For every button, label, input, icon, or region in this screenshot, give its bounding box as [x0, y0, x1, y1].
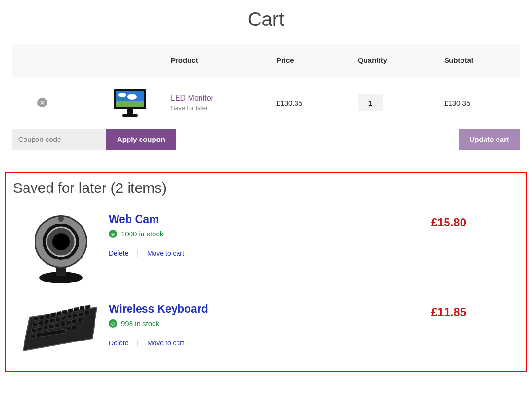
- smiley-icon: ☺: [109, 230, 117, 238]
- coupon-code-input[interactable]: [12, 129, 106, 150]
- svg-rect-48: [66, 326, 71, 330]
- divider: |: [137, 249, 139, 257]
- product-name-link[interactable]: LED Monitor: [171, 94, 213, 102]
- svg-rect-20: [51, 313, 56, 317]
- saved-item-price: £11.85: [431, 303, 519, 319]
- cart-table: Product Price Quantity Subtotal ✕ LED Mo…: [12, 44, 520, 150]
- cart-row: ✕ LED Monitor Save for later £130.35 £13…: [12, 77, 520, 129]
- svg-rect-32: [61, 316, 66, 320]
- stock-status: ☺ 1000 in stock: [109, 230, 431, 238]
- smiley-icon: ☺: [109, 319, 117, 328]
- svg-rect-5: [127, 109, 133, 114]
- col-header-quantity: Quantity: [358, 56, 444, 64]
- saved-item-name-link[interactable]: Wireless Keyboard: [109, 303, 208, 315]
- svg-rect-46: [31, 334, 35, 339]
- saved-item-name-link[interactable]: Web Cam: [109, 213, 159, 225]
- update-cart-button[interactable]: Update cart: [459, 129, 520, 150]
- delete-saved-link[interactable]: Delete: [109, 339, 128, 347]
- remove-item-button[interactable]: ✕: [37, 98, 47, 107]
- cart-header-row: Product Price Quantity Subtotal: [12, 44, 520, 77]
- stock-text: 1000 in stock: [121, 230, 163, 238]
- keyboard-icon: [20, 303, 102, 355]
- monitor-icon: [111, 87, 149, 118]
- stock-status: ☺ 998 in stock: [109, 319, 431, 328]
- product-thumbnail[interactable]: [89, 87, 171, 118]
- saved-item-thumbnail[interactable]: [13, 303, 109, 355]
- svg-rect-40: [49, 324, 54, 329]
- save-for-later-link[interactable]: Save for later: [171, 105, 276, 112]
- svg-rect-42: [60, 322, 65, 326]
- svg-rect-41: [55, 323, 59, 327]
- col-header-price: Price: [276, 56, 358, 64]
- saved-item: Wireless Keyboard ☺ 998 in stock Delete …: [13, 294, 519, 364]
- svg-rect-28: [38, 321, 43, 325]
- svg-rect-43: [66, 320, 71, 325]
- saved-section-title: Saved for later (2 items): [13, 178, 519, 204]
- svg-rect-45: [78, 318, 83, 322]
- divider: |: [137, 339, 139, 347]
- svg-rect-2: [116, 101, 144, 107]
- svg-point-13: [52, 233, 70, 250]
- svg-rect-22: [62, 310, 67, 314]
- svg-rect-37: [32, 328, 36, 332]
- saved-item-price: £15.80: [431, 213, 519, 229]
- svg-rect-39: [43, 326, 48, 330]
- svg-rect-49: [72, 325, 77, 329]
- move-to-cart-link[interactable]: Move to cart: [147, 339, 184, 347]
- svg-rect-19: [45, 314, 50, 318]
- webcam-icon: [25, 213, 97, 285]
- svg-rect-21: [57, 311, 61, 316]
- svg-rect-34: [73, 313, 78, 318]
- quantity-input[interactable]: [358, 94, 383, 111]
- svg-rect-38: [37, 327, 42, 331]
- svg-rect-23: [68, 309, 73, 313]
- apply-coupon-button[interactable]: Apply coupon: [106, 129, 176, 150]
- saved-item-thumbnail[interactable]: [13, 213, 109, 285]
- col-header-subtotal: Subtotal: [444, 56, 520, 64]
- svg-rect-44: [72, 319, 77, 323]
- svg-rect-24: [74, 307, 79, 312]
- svg-rect-18: [39, 315, 44, 319]
- svg-rect-30: [50, 318, 55, 323]
- svg-point-4: [127, 94, 137, 100]
- saved-item: Web Cam ☺ 1000 in stock Delete | Move to…: [13, 204, 519, 294]
- saved-for-later-section: Saved for later (2 items) Web Cam ☺ 1000…: [5, 172, 527, 372]
- svg-rect-26: [85, 305, 90, 309]
- svg-point-3: [118, 93, 126, 97]
- move-to-cart-link[interactable]: Move to cart: [147, 249, 184, 257]
- svg-rect-36: [84, 311, 89, 315]
- page-title: Cart: [0, 0, 532, 44]
- svg-point-15: [58, 216, 64, 222]
- cart-actions-row: Apply coupon Update cart: [12, 129, 520, 150]
- close-icon: ✕: [40, 99, 45, 106]
- svg-rect-29: [44, 320, 49, 324]
- product-subtotal: £130.35: [444, 99, 520, 107]
- svg-rect-35: [79, 312, 83, 316]
- svg-rect-27: [33, 322, 37, 327]
- stock-text: 998 in stock: [121, 319, 159, 328]
- svg-rect-31: [56, 317, 60, 321]
- col-header-product: Product: [171, 56, 276, 64]
- svg-rect-6: [122, 114, 138, 117]
- product-price: £130.35: [276, 99, 358, 107]
- delete-saved-link[interactable]: Delete: [109, 249, 128, 257]
- svg-rect-17: [34, 317, 38, 321]
- svg-rect-25: [80, 306, 84, 310]
- svg-rect-33: [67, 315, 72, 319]
